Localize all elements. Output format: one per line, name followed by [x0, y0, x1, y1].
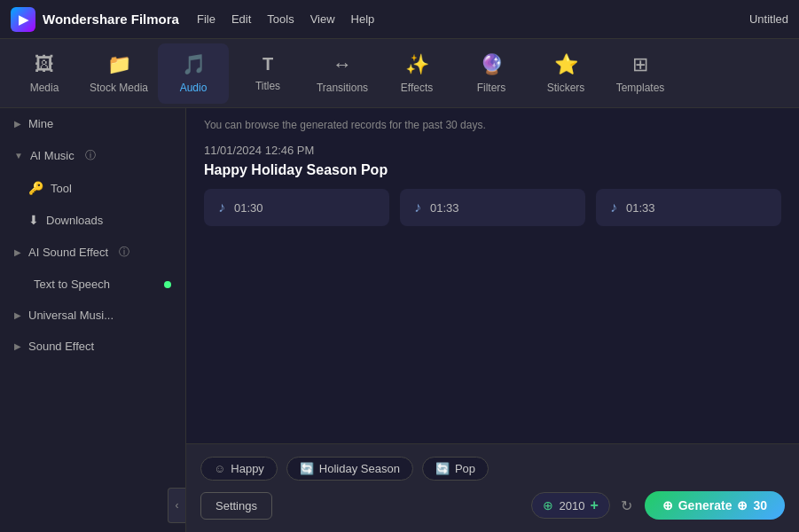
- media-label: Media: [30, 82, 59, 94]
- record-section: 11/01/2024 12:46 PM Happy Holiday Season…: [186, 138, 799, 237]
- app-logo: ▶ Wondershare Filmora: [11, 7, 179, 32]
- menu-help[interactable]: Help: [351, 12, 375, 26]
- holiday-season-tag-icon: 🔄: [300, 462, 314, 475]
- templates-label: Templates: [616, 82, 665, 94]
- tags-row: ☺ Happy 🔄 Holiday Season 🔄 Pop: [200, 457, 785, 481]
- transitions-icon: ↔: [333, 53, 352, 76]
- sidebar-tool-label: Tool: [51, 182, 72, 195]
- menu-bar: ▶ Wondershare Filmora File Edit Tools Vi…: [0, 0, 799, 39]
- sidebar-item-mine[interactable]: ▶ Mine: [0, 108, 185, 139]
- tag-happy[interactable]: ☺ Happy: [200, 457, 278, 481]
- generate-count: 30: [753, 498, 767, 512]
- sidebar-universal-music-label: Universal Musi...: [28, 309, 114, 322]
- track-3-icon: ♪: [610, 200, 617, 215]
- menu-tools[interactable]: Tools: [267, 12, 294, 26]
- audio-track-2[interactable]: ♪ 01:33: [400, 189, 585, 226]
- toolbar-transitions[interactable]: ↔ Transitions: [307, 43, 378, 104]
- sidebar-item-sound-effect[interactable]: ▶ Sound Effect: [0, 331, 185, 362]
- media-icon: 🖼: [35, 53, 54, 76]
- ai-music-expand-icon: ▼: [14, 151, 23, 160]
- sidebar-collapse-button[interactable]: ‹: [168, 488, 185, 523]
- audio-label: Audio: [180, 82, 208, 94]
- credits-icon: ⊕: [543, 498, 553, 512]
- sidebar: ▶ Mine ▼ AI Music ⓘ 🔑 Tool ⬇ Downloads ▶…: [0, 108, 186, 532]
- credits-badge: ⊕ 2010 +: [531, 492, 609, 519]
- stickers-icon: ⭐: [554, 53, 578, 76]
- generate-button[interactable]: ⊕ Generate ⊕ 30: [645, 491, 785, 520]
- generate-label: Generate: [678, 498, 732, 512]
- transitions-label: Transitions: [317, 82, 368, 94]
- sidebar-item-downloads[interactable]: ⬇ Downloads: [0, 204, 185, 236]
- sidebar-sound-effect-label: Sound Effect: [28, 340, 94, 353]
- toolbar: 🖼 Media 📁 Stock Media 🎵 Audio T Titles ↔…: [0, 39, 799, 108]
- filters-label: Filters: [477, 82, 506, 94]
- sidebar-item-universal-music[interactable]: ▶ Universal Musi...: [0, 300, 185, 331]
- downloads-icon: ⬇: [28, 213, 39, 227]
- sidebar-item-ai-sound-effect[interactable]: ▶ AI Sound Effect ⓘ: [0, 236, 185, 269]
- pop-tag-icon: 🔄: [435, 462, 450, 475]
- toolbar-stock-media[interactable]: 📁 Stock Media: [83, 43, 154, 104]
- stock-media-icon: 📁: [107, 53, 131, 76]
- sidebar-item-text-to-speech[interactable]: Text to Speech: [0, 269, 185, 300]
- ai-sound-effect-info-icon: ⓘ: [119, 245, 129, 260]
- sidebar-item-tool[interactable]: 🔑 Tool: [0, 172, 185, 204]
- track-1-duration: 01:30: [234, 201, 263, 215]
- mine-expand-icon: ▶: [14, 119, 21, 129]
- audio-track-3[interactable]: ♪ 01:33: [596, 189, 781, 226]
- track-2-duration: 01:33: [430, 201, 459, 215]
- generate-icon: ⊕: [662, 498, 673, 512]
- audio-tracks: ♪ 01:30 ♪ 01:33 ♪ 01:33: [204, 189, 781, 226]
- controls-row: Settings ⊕ 2010 + ↻ ⊕ Generate ⊕ 30: [200, 491, 785, 520]
- bottom-panel: ☺ Happy 🔄 Holiday Season 🔄 Pop Settings …: [186, 443, 799, 532]
- stickers-label: Stickers: [547, 82, 585, 94]
- menu-items: File Edit Tools View Help: [197, 12, 732, 26]
- sidebar-item-ai-music[interactable]: ▼ AI Music ⓘ: [0, 139, 185, 172]
- toolbar-titles[interactable]: T Titles: [232, 43, 303, 104]
- sidebar-text-to-speech-label: Text to Speech: [34, 278, 110, 291]
- menu-edit[interactable]: Edit: [231, 12, 251, 26]
- toolbar-media[interactable]: 🖼 Media: [9, 43, 80, 104]
- credits-area: ⊕ 2010 + ↻: [531, 492, 635, 519]
- toolbar-effects[interactable]: ✨ Effects: [381, 43, 452, 104]
- text-to-speech-dot: [164, 281, 171, 288]
- track-1-icon: ♪: [218, 200, 225, 215]
- sidebar-ai-sound-effect-label: AI Sound Effect: [28, 246, 108, 259]
- sidebar-ai-music-label: AI Music: [30, 149, 74, 162]
- tag-holiday-season[interactable]: 🔄 Holiday Season: [286, 457, 413, 481]
- sidebar-mine-label: Mine: [28, 117, 53, 130]
- track-2-icon: ♪: [414, 200, 421, 215]
- menu-file[interactable]: File: [197, 12, 215, 26]
- universal-music-expand-icon: ▶: [14, 310, 21, 320]
- audio-icon: 🎵: [182, 53, 206, 76]
- main-layout: ▶ Mine ▼ AI Music ⓘ 🔑 Tool ⬇ Downloads ▶…: [0, 108, 799, 532]
- content-header: You can browse the generated records for…: [186, 108, 799, 138]
- app-logo-icon: ▶: [11, 7, 35, 32]
- filters-icon: 🔮: [480, 53, 504, 76]
- menu-view[interactable]: View: [310, 12, 335, 26]
- collapse-icon: ‹: [176, 499, 179, 512]
- toolbar-audio[interactable]: 🎵 Audio: [158, 43, 229, 104]
- titles-icon: T: [262, 54, 273, 74]
- tag-holiday-season-label: Holiday Season: [319, 462, 400, 475]
- settings-button[interactable]: Settings: [200, 492, 272, 520]
- happy-tag-icon: ☺: [214, 462, 225, 475]
- toolbar-stickers[interactable]: ⭐ Stickers: [530, 43, 601, 104]
- titles-label: Titles: [255, 80, 280, 92]
- effects-icon: ✨: [405, 53, 429, 76]
- credits-value: 2010: [559, 499, 584, 512]
- audio-track-1[interactable]: ♪ 01:30: [204, 189, 389, 226]
- track-3-duration: 01:33: [626, 201, 655, 215]
- tag-pop[interactable]: 🔄 Pop: [422, 457, 489, 481]
- effects-label: Effects: [401, 82, 433, 94]
- sound-effect-expand-icon: ▶: [14, 341, 21, 351]
- window-title: Untitled: [749, 12, 788, 26]
- toolbar-filters[interactable]: 🔮 Filters: [456, 43, 527, 104]
- tag-happy-label: Happy: [231, 462, 264, 475]
- content-area: You can browse the generated records for…: [186, 108, 799, 532]
- header-text: You can browse the generated records for…: [204, 119, 486, 131]
- generate-icon2: ⊕: [737, 498, 748, 512]
- toolbar-templates[interactable]: ⊞ Templates: [605, 43, 676, 104]
- record-datetime: 11/01/2024 12:46 PM: [204, 144, 781, 157]
- refresh-button[interactable]: ↻: [617, 494, 636, 518]
- credits-plus-button[interactable]: +: [590, 497, 598, 513]
